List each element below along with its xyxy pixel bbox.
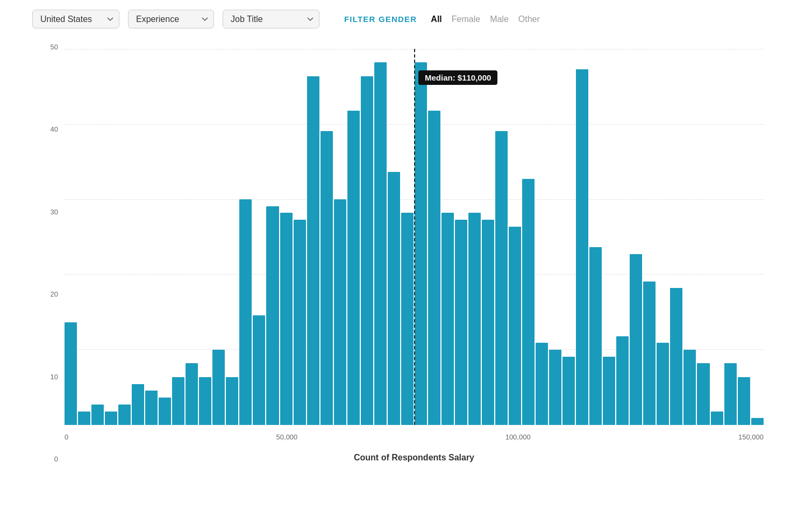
- bar-26: [415, 62, 427, 425]
- y-axis: 50 40 30 20 10 0: [32, 44, 65, 463]
- gender-other[interactable]: Other: [518, 15, 540, 24]
- bar-43: [643, 282, 656, 425]
- x-label-150k: 150,000: [738, 433, 764, 441]
- job-title-select[interactable]: Job Title Software Engineer Data Scienti…: [223, 10, 319, 28]
- bar-1: [78, 412, 90, 425]
- bar-27: [428, 111, 440, 425]
- x-axis: 0 50,000 100,000 150,000: [65, 433, 764, 441]
- bar-29: [455, 220, 467, 425]
- y-label-40: 40: [51, 126, 58, 133]
- gender-female[interactable]: Female: [452, 15, 480, 24]
- bar-12: [226, 377, 238, 425]
- bar-24: [388, 172, 400, 425]
- bar-48: [711, 412, 723, 425]
- bars-container: [65, 49, 764, 425]
- bar-40: [603, 357, 615, 425]
- bar-38: [576, 69, 588, 425]
- bar-17: [294, 220, 306, 425]
- gender-all[interactable]: All: [431, 15, 441, 24]
- bar-3: [105, 412, 117, 425]
- bar-41: [616, 336, 629, 425]
- bar-51: [751, 418, 764, 425]
- bar-42: [630, 254, 642, 425]
- bar-2: [91, 405, 104, 425]
- y-label-20: 20: [51, 291, 58, 298]
- bar-14: [253, 315, 265, 425]
- y-label-50: 50: [51, 44, 58, 50]
- y-label-30: 30: [51, 208, 58, 215]
- bar-45: [670, 288, 682, 425]
- bar-5: [132, 384, 144, 425]
- bar-25: [401, 213, 414, 425]
- bar-0: [65, 322, 77, 425]
- bar-8: [172, 377, 184, 425]
- bar-23: [374, 62, 387, 425]
- bar-50: [738, 377, 750, 425]
- y-label-10: 10: [51, 373, 58, 380]
- experience-select[interactable]: Experience Entry Mid Senior Lead: [128, 10, 214, 28]
- y-label-0: 0: [54, 456, 58, 463]
- bar-49: [724, 363, 737, 425]
- bar-20: [334, 199, 346, 425]
- gender-options: All Female Male Other: [431, 15, 540, 24]
- country-select[interactable]: United States Canada United Kingdom Germ…: [32, 10, 119, 28]
- bar-46: [683, 350, 696, 425]
- bar-33: [509, 227, 521, 425]
- bar-10: [199, 377, 211, 425]
- filter-gender-label: FILTER GENDER: [344, 15, 417, 24]
- bar-15: [266, 206, 279, 425]
- x-label-50k: 50,000: [276, 433, 298, 441]
- bar-6: [145, 391, 158, 425]
- bar-21: [347, 111, 360, 425]
- x-label-100k: 100,000: [505, 433, 531, 441]
- bar-37: [562, 357, 575, 425]
- top-bar: United States Canada United Kingdom Germ…: [0, 0, 812, 38]
- x-label-0: 0: [65, 433, 68, 441]
- bar-19: [320, 131, 333, 425]
- bar-32: [495, 131, 508, 425]
- bar-18: [307, 76, 319, 425]
- bar-4: [118, 405, 131, 425]
- bar-39: [589, 247, 602, 425]
- bar-34: [522, 179, 535, 425]
- bar-28: [441, 213, 454, 425]
- bar-22: [361, 76, 373, 425]
- bar-35: [536, 343, 548, 425]
- bar-47: [697, 363, 709, 425]
- bar-36: [549, 350, 561, 425]
- bar-7: [159, 398, 171, 425]
- bar-16: [280, 213, 293, 425]
- chart-area: 50 40 30 20 10 0 Median: $110,000 0 50,0…: [32, 44, 780, 463]
- bar-11: [212, 350, 225, 425]
- gender-male[interactable]: Male: [490, 15, 509, 24]
- bar-13: [239, 199, 252, 425]
- x-axis-title: Count of Respondents Salary: [65, 453, 764, 463]
- bar-31: [482, 220, 494, 425]
- bar-9: [186, 363, 198, 425]
- bar-30: [468, 213, 481, 425]
- bar-44: [657, 343, 669, 425]
